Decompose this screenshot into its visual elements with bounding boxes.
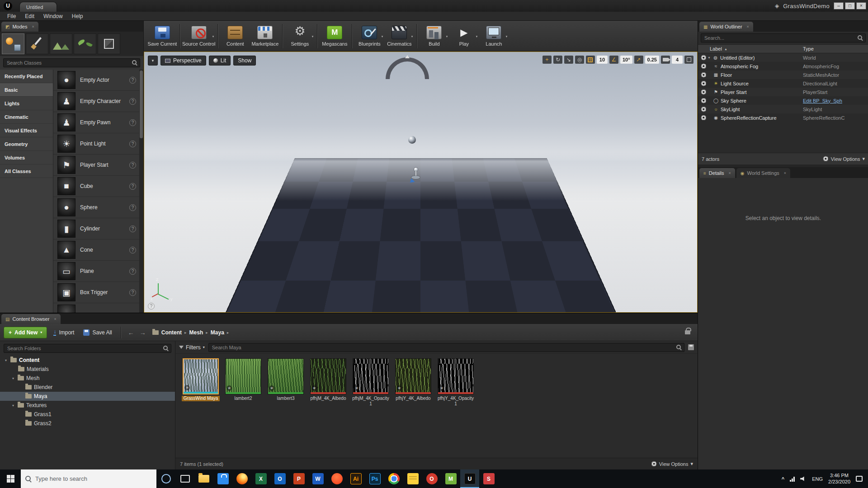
maximize-button[interactable] — [845, 2, 855, 9]
help-icon[interactable] — [129, 289, 136, 296]
tab-world-outliner[interactable]: World Outliner — [699, 22, 753, 32]
search-classes-input[interactable] — [3, 58, 140, 67]
chevron-right-icon[interactable] — [227, 330, 229, 335]
hidden-icons-chevron[interactable] — [782, 476, 784, 482]
asset-lambert3[interactable]: lambert3 — [267, 358, 305, 407]
show-flags-button[interactable]: Show — [233, 56, 256, 66]
scrollbar-thumb[interactable] — [140, 70, 143, 138]
help-icon[interactable] — [129, 183, 136, 190]
asset-pfhjy-opacity[interactable]: pfhjY_4K_Opacity1 — [437, 358, 475, 407]
table-row[interactable]: ◍Untitled (Editor)World — [698, 53, 868, 62]
brave-button[interactable] — [327, 469, 346, 488]
label-column-header[interactable]: Label — [710, 46, 722, 52]
asset-pfhjm-opacity[interactable]: pfhjM_4K_Opacity1 — [352, 358, 390, 407]
tab-content-browser[interactable]: Content Browser — [1, 314, 61, 324]
minimize-button[interactable] — [834, 2, 844, 9]
firefox-button[interactable] — [232, 469, 251, 488]
menu-edit[interactable]: Edit — [20, 13, 39, 19]
scrollbar[interactable] — [139, 70, 143, 313]
network-icon[interactable] — [790, 476, 795, 482]
close-icon[interactable] — [784, 171, 786, 175]
translate-tool-icon[interactable] — [542, 56, 552, 64]
list-item[interactable]: ▭Plane — [53, 261, 143, 282]
clock[interactable]: 3:46 PM 2/23/2020 — [828, 473, 850, 485]
play-button[interactable]: Play — [449, 22, 479, 50]
level-viewport[interactable]: Perspective Lit Show 10 10° 0.25 4 Z y x — [144, 52, 698, 313]
landscape-mode-icon[interactable] — [50, 33, 72, 54]
word-button[interactable]: W — [308, 469, 327, 488]
category-basic[interactable]: Basic — [0, 83, 53, 97]
excel-button[interactable]: X — [251, 469, 270, 488]
table-row[interactable]: ◉SphereReflectionCaptureSphereReflection… — [698, 113, 868, 122]
close-icon[interactable] — [32, 24, 34, 29]
folder-blender[interactable]: Blender — [0, 383, 175, 392]
tab-details[interactable]: Details — [699, 168, 735, 178]
action-center-icon[interactable] — [856, 476, 863, 482]
list-item[interactable]: ▣Box Trigger — [53, 282, 143, 303]
help-icon[interactable] — [148, 303, 155, 310]
list-item-partial[interactable] — [53, 303, 143, 313]
close-button[interactable] — [856, 2, 866, 9]
marketplace-button[interactable]: Marketplace — [250, 22, 280, 50]
scale-snap-toggle-icon[interactable] — [634, 56, 643, 64]
chevron-down-icon[interactable] — [476, 35, 478, 38]
photoshop-button[interactable]: Ps — [365, 469, 384, 488]
visibility-eye-icon[interactable] — [701, 80, 707, 86]
list-item[interactable]: ▲Cone — [53, 239, 143, 261]
camera-speed-icon[interactable] — [661, 56, 670, 64]
view-options-button[interactable]: View Options — [651, 461, 693, 467]
cinematics-button[interactable]: Cinematics — [384, 22, 414, 50]
visibility-eye-icon[interactable] — [701, 98, 707, 103]
folder-textures[interactable]: Textures — [0, 401, 175, 410]
folder-grass2[interactable]: Grass2 — [0, 419, 175, 428]
perspective-button[interactable]: Perspective — [160, 56, 206, 66]
help-icon[interactable] — [129, 225, 136, 232]
rotation-snap-toggle-icon[interactable] — [609, 56, 618, 64]
scale-snap-value[interactable]: 0.25 — [645, 56, 659, 64]
save-all-button[interactable]: Save All — [80, 327, 114, 338]
settings-button[interactable]: Settings — [285, 22, 315, 50]
list-item[interactable]: ●Sphere — [53, 197, 143, 218]
table-row[interactable]: ▦FloorStaticMeshActor — [698, 70, 868, 79]
help-icon[interactable] — [129, 247, 136, 253]
foliage-mode-icon[interactable] — [74, 33, 96, 54]
chevron-down-icon[interactable] — [411, 35, 413, 38]
close-icon[interactable] — [54, 317, 56, 321]
edit-blueprint-link[interactable]: Edit BP_Sky_Sph — [803, 98, 842, 103]
list-item[interactable]: ♟Empty Character — [53, 91, 143, 112]
category-recently-placed[interactable]: Recently Placed — [0, 70, 53, 83]
visibility-eye-icon[interactable] — [701, 106, 707, 112]
table-row[interactable]: ≈Atmospheric FogAtmosphericFog — [698, 62, 868, 70]
table-row[interactable]: ☼SkyLightSkyLight — [698, 105, 868, 113]
help-icon[interactable] — [129, 98, 136, 105]
chevron-down-icon[interactable] — [212, 35, 214, 38]
view-options-button[interactable]: View Options — [823, 156, 865, 162]
list-item[interactable]: ▮Cylinder — [53, 218, 143, 239]
table-row[interactable]: ⚑Player StartPlayerStart — [698, 88, 868, 96]
search-folders-input[interactable] — [4, 344, 171, 353]
camera-speed-value[interactable]: 4 — [672, 56, 683, 64]
lock-icon[interactable] — [685, 330, 690, 334]
blueprints-button[interactable]: Blueprints — [354, 22, 384, 50]
rotate-tool-icon[interactable] — [553, 56, 562, 64]
start-button[interactable] — [0, 469, 21, 488]
megascans-button[interactable]: Megascans — [320, 22, 349, 50]
help-icon[interactable] — [129, 141, 136, 147]
chrome-button[interactable] — [384, 469, 403, 488]
category-all-classes[interactable]: All Classes — [0, 164, 53, 178]
visibility-eye-icon[interactable] — [701, 115, 707, 121]
breadcrumb-content[interactable]: Content — [161, 329, 182, 336]
help-icon[interactable] — [129, 162, 136, 169]
category-geometry[interactable]: Geometry — [0, 137, 53, 151]
taskbar-search-input[interactable] — [35, 475, 152, 482]
breadcrumb-mesh[interactable]: Mesh — [189, 329, 203, 336]
viewport-options-button[interactable] — [148, 56, 158, 66]
visibility-eye-icon[interactable] — [701, 89, 707, 95]
category-lights[interactable]: Lights — [0, 97, 53, 110]
world-local-toggle-icon[interactable] — [575, 56, 584, 64]
save-current-button[interactable]: Save Current — [147, 22, 177, 50]
build-button[interactable]: Build — [419, 22, 449, 50]
folder-materials[interactable]: Materials — [0, 365, 175, 374]
paint-mode-icon[interactable] — [26, 33, 48, 54]
store-button[interactable] — [213, 469, 232, 488]
